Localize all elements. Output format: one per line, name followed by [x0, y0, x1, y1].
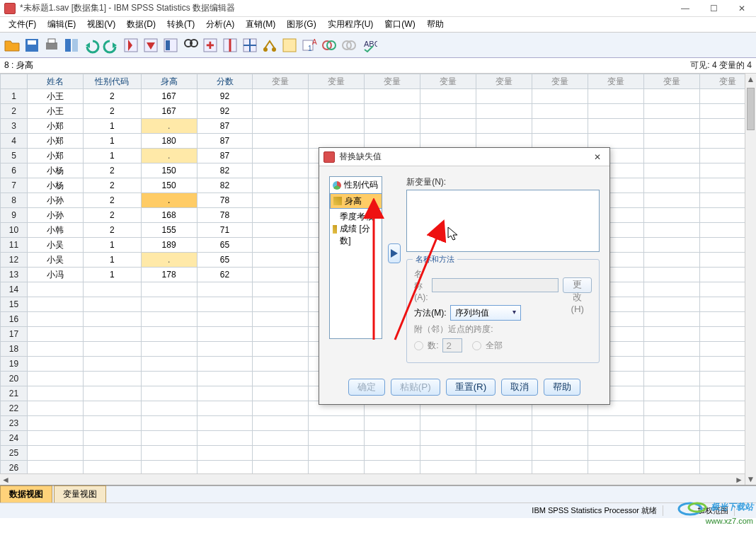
table-row[interactable]: 4小郑118087: [1, 134, 756, 149]
row-header[interactable]: 4: [1, 134, 28, 149]
row-header[interactable]: 13: [1, 268, 28, 282]
menu-item-2[interactable]: 视图(V): [81, 17, 121, 32]
menu-item-1[interactable]: 编辑(E): [42, 17, 81, 32]
scroll-thumb[interactable]: [747, 88, 755, 130]
column-header-empty[interactable]: 变量: [588, 74, 644, 89]
menu-item-5[interactable]: 分析(A): [200, 17, 240, 32]
select-icon[interactable]: [280, 36, 299, 54]
row-header[interactable]: 8: [1, 193, 28, 208]
row-header[interactable]: 18: [1, 342, 28, 357]
weight-icon[interactable]: [260, 36, 279, 54]
name-input[interactable]: [432, 278, 559, 292]
column-header-empty[interactable]: 变量: [309, 74, 365, 89]
row-header[interactable]: 24: [1, 431, 28, 446]
span-number-radio[interactable]: [414, 341, 423, 350]
table-row[interactable]: 3小郑1.87: [1, 119, 756, 134]
row-header[interactable]: 17: [1, 327, 28, 342]
column-header-empty[interactable]: 变量: [420, 74, 476, 89]
goto-var-icon[interactable]: [142, 36, 160, 54]
menu-item-4[interactable]: 转换(T): [161, 17, 200, 32]
undo-icon[interactable]: [82, 36, 101, 54]
menu-item-3[interactable]: 数据(D): [121, 17, 161, 32]
span-number-input[interactable]: [442, 338, 462, 352]
source-variable-list[interactable]: 性别代码身高季度考核成绩 [分数]: [329, 176, 382, 339]
row-header[interactable]: 11: [1, 238, 28, 253]
scroll-right-arrow-icon[interactable]: ►: [733, 474, 745, 485]
tab-variable-view[interactable]: 变量视图: [54, 486, 106, 502]
column-header-empty[interactable]: 变量: [365, 74, 420, 89]
value-labels-icon[interactable]: A1: [300, 36, 319, 54]
list-item[interactable]: 季度考核成绩 [分数]: [330, 209, 382, 249]
insert-var-icon[interactable]: [221, 36, 239, 54]
variables-icon[interactable]: [161, 36, 180, 54]
dialog-titlebar[interactable]: 替换缺失值 ✕: [319, 148, 609, 166]
column-header[interactable]: 性别代码: [83, 74, 141, 89]
list-item[interactable]: 性别代码: [330, 177, 382, 193]
row-header[interactable]: 6: [1, 163, 28, 178]
new-variable-list[interactable]: [406, 190, 600, 252]
move-right-button[interactable]: [388, 243, 401, 263]
list-item[interactable]: 身高: [330, 193, 382, 209]
column-header-empty[interactable]: 变量: [476, 74, 532, 89]
column-header-empty[interactable]: 变量: [644, 74, 700, 89]
menu-item-10[interactable]: 帮助: [421, 17, 449, 32]
row-header[interactable]: 5: [1, 149, 28, 163]
cancel-button[interactable]: 取消: [501, 379, 538, 396]
row-header[interactable]: 2: [1, 104, 28, 119]
table-row[interactable]: 23: [1, 416, 756, 431]
span-all-radio[interactable]: [472, 341, 481, 350]
table-row[interactable]: 24: [1, 431, 756, 446]
row-header[interactable]: 7: [1, 178, 28, 193]
redo-icon[interactable]: [102, 36, 120, 54]
tab-data-view[interactable]: 数据视图: [0, 486, 52, 502]
change-button[interactable]: 更改(H): [563, 277, 592, 293]
menu-item-0[interactable]: 文件(F): [3, 17, 42, 32]
column-header[interactable]: 姓名: [27, 74, 83, 89]
cell-reference[interactable]: 8 : 身高: [0, 59, 142, 71]
method-select[interactable]: 序列均值: [450, 305, 521, 321]
table-row[interactable]: 1小王216792: [1, 89, 756, 104]
maximize-button[interactable]: ☐: [699, 0, 728, 17]
row-header[interactable]: 21: [1, 386, 28, 401]
vertical-scrollbar[interactable]: ▲ ▼: [745, 74, 756, 485]
column-header-empty[interactable]: 变量: [253, 74, 309, 89]
help-button[interactable]: 帮助: [544, 379, 580, 396]
save-icon[interactable]: [23, 36, 41, 54]
insert-case-icon[interactable]: ✚: [201, 36, 219, 54]
dialog-close-button[interactable]: ✕: [590, 150, 605, 164]
paste-button[interactable]: 粘贴(P): [391, 379, 440, 396]
table-row[interactable]: 25: [1, 446, 756, 461]
column-header[interactable]: 身高: [141, 74, 197, 89]
row-header[interactable]: 14: [1, 282, 28, 297]
split-icon[interactable]: [241, 36, 259, 54]
row-header[interactable]: 1: [1, 89, 28, 104]
reset-button[interactable]: 重置(R): [446, 379, 496, 396]
row-header[interactable]: 19: [1, 357, 28, 372]
row-header[interactable]: 23: [1, 416, 28, 431]
column-header[interactable]: 分数: [197, 74, 253, 89]
minimize-button[interactable]: —: [671, 0, 699, 17]
print-icon[interactable]: [42, 36, 61, 54]
menu-item-8[interactable]: 实用程序(U): [322, 17, 379, 32]
row-header[interactable]: 3: [1, 119, 28, 134]
recall-icon[interactable]: [62, 36, 81, 54]
ok-button[interactable]: 确定: [348, 379, 385, 396]
goto-case-icon[interactable]: [122, 36, 140, 54]
horizontal-scrollbar[interactable]: ◄ ►: [0, 473, 745, 485]
scroll-left-arrow-icon[interactable]: ◄: [0, 474, 11, 485]
row-header[interactable]: 25: [1, 446, 28, 461]
menu-item-9[interactable]: 窗口(W): [379, 17, 420, 32]
menu-item-7[interactable]: 图形(G): [281, 17, 321, 32]
sets-gray-icon[interactable]: [340, 36, 358, 54]
row-header[interactable]: 20: [1, 372, 28, 386]
row-header[interactable]: 12: [1, 253, 28, 268]
column-header-empty[interactable]: 变量: [532, 74, 588, 89]
scroll-down-arrow-icon[interactable]: ▼: [745, 473, 756, 485]
sets-icon[interactable]: [320, 36, 338, 54]
row-header[interactable]: 22: [1, 401, 28, 416]
find-icon[interactable]: [181, 36, 200, 54]
menu-item-6[interactable]: 直销(M): [240, 17, 281, 32]
row-header[interactable]: 16: [1, 312, 28, 327]
row-header[interactable]: 9: [1, 208, 28, 223]
row-header[interactable]: 15: [1, 297, 28, 312]
